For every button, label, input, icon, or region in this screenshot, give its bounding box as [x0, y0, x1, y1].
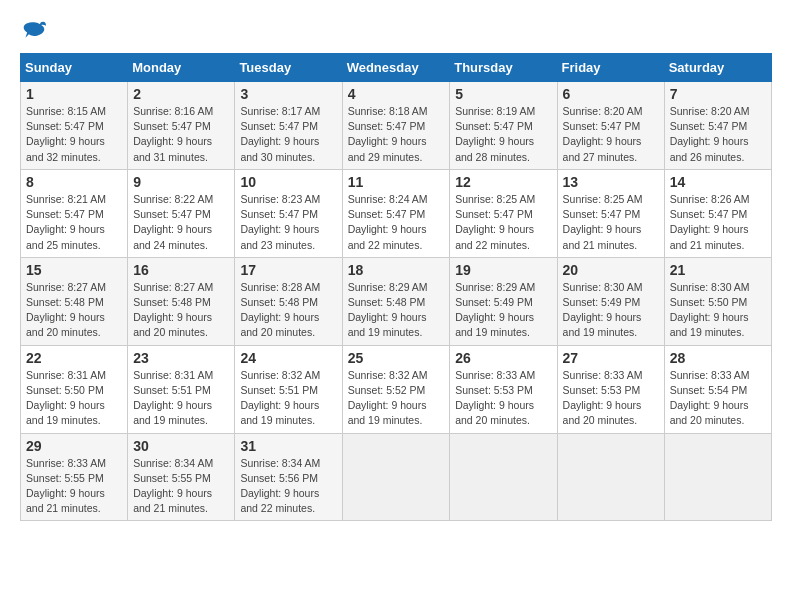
- calendar-cell: 14 Sunrise: 8:26 AM Sunset: 5:47 PM Dayl…: [664, 169, 771, 257]
- day-info: Sunrise: 8:17 AM Sunset: 5:47 PM Dayligh…: [240, 105, 320, 163]
- day-number: 4: [348, 86, 445, 102]
- calendar-cell: 30 Sunrise: 8:34 AM Sunset: 5:55 PM Dayl…: [128, 433, 235, 521]
- calendar-week-row: 22 Sunrise: 8:31 AM Sunset: 5:50 PM Dayl…: [21, 345, 772, 433]
- calendar-cell: [557, 433, 664, 521]
- day-info: Sunrise: 8:34 AM Sunset: 5:56 PM Dayligh…: [240, 457, 320, 515]
- day-number: 8: [26, 174, 122, 190]
- day-number: 22: [26, 350, 122, 366]
- calendar-cell: 31 Sunrise: 8:34 AM Sunset: 5:56 PM Dayl…: [235, 433, 342, 521]
- calendar-cell: 12 Sunrise: 8:25 AM Sunset: 5:47 PM Dayl…: [450, 169, 557, 257]
- column-header-saturday: Saturday: [664, 54, 771, 82]
- day-info: Sunrise: 8:24 AM Sunset: 5:47 PM Dayligh…: [348, 193, 428, 251]
- day-number: 6: [563, 86, 659, 102]
- day-info: Sunrise: 8:23 AM Sunset: 5:47 PM Dayligh…: [240, 193, 320, 251]
- calendar-cell: 18 Sunrise: 8:29 AM Sunset: 5:48 PM Dayl…: [342, 257, 450, 345]
- day-info: Sunrise: 8:29 AM Sunset: 5:49 PM Dayligh…: [455, 281, 535, 339]
- day-number: 24: [240, 350, 336, 366]
- day-info: Sunrise: 8:29 AM Sunset: 5:48 PM Dayligh…: [348, 281, 428, 339]
- day-number: 13: [563, 174, 659, 190]
- column-header-wednesday: Wednesday: [342, 54, 450, 82]
- day-number: 17: [240, 262, 336, 278]
- calendar-cell: 15 Sunrise: 8:27 AM Sunset: 5:48 PM Dayl…: [21, 257, 128, 345]
- day-number: 15: [26, 262, 122, 278]
- day-info: Sunrise: 8:32 AM Sunset: 5:52 PM Dayligh…: [348, 369, 428, 427]
- day-info: Sunrise: 8:32 AM Sunset: 5:51 PM Dayligh…: [240, 369, 320, 427]
- day-number: 29: [26, 438, 122, 454]
- day-number: 14: [670, 174, 766, 190]
- day-number: 9: [133, 174, 229, 190]
- column-header-tuesday: Tuesday: [235, 54, 342, 82]
- column-header-sunday: Sunday: [21, 54, 128, 82]
- day-number: 26: [455, 350, 551, 366]
- day-info: Sunrise: 8:27 AM Sunset: 5:48 PM Dayligh…: [133, 281, 213, 339]
- day-info: Sunrise: 8:34 AM Sunset: 5:55 PM Dayligh…: [133, 457, 213, 515]
- day-number: 21: [670, 262, 766, 278]
- column-header-thursday: Thursday: [450, 54, 557, 82]
- calendar-cell: 23 Sunrise: 8:31 AM Sunset: 5:51 PM Dayl…: [128, 345, 235, 433]
- day-number: 31: [240, 438, 336, 454]
- day-number: 11: [348, 174, 445, 190]
- day-info: Sunrise: 8:33 AM Sunset: 5:53 PM Dayligh…: [563, 369, 643, 427]
- calendar-cell: 8 Sunrise: 8:21 AM Sunset: 5:47 PM Dayli…: [21, 169, 128, 257]
- calendar-cell: 5 Sunrise: 8:19 AM Sunset: 5:47 PM Dayli…: [450, 82, 557, 170]
- calendar-cell: 4 Sunrise: 8:18 AM Sunset: 5:47 PM Dayli…: [342, 82, 450, 170]
- day-number: 20: [563, 262, 659, 278]
- calendar-cell: 28 Sunrise: 8:33 AM Sunset: 5:54 PM Dayl…: [664, 345, 771, 433]
- calendar-cell: 13 Sunrise: 8:25 AM Sunset: 5:47 PM Dayl…: [557, 169, 664, 257]
- calendar-week-row: 8 Sunrise: 8:21 AM Sunset: 5:47 PM Dayli…: [21, 169, 772, 257]
- column-header-friday: Friday: [557, 54, 664, 82]
- day-number: 30: [133, 438, 229, 454]
- calendar-header-row: SundayMondayTuesdayWednesdayThursdayFrid…: [21, 54, 772, 82]
- calendar-cell: 29 Sunrise: 8:33 AM Sunset: 5:55 PM Dayl…: [21, 433, 128, 521]
- day-number: 3: [240, 86, 336, 102]
- day-number: 16: [133, 262, 229, 278]
- logo: [20, 20, 56, 45]
- day-info: Sunrise: 8:21 AM Sunset: 5:47 PM Dayligh…: [26, 193, 106, 251]
- day-info: Sunrise: 8:15 AM Sunset: 5:47 PM Dayligh…: [26, 105, 106, 163]
- day-info: Sunrise: 8:25 AM Sunset: 5:47 PM Dayligh…: [563, 193, 643, 251]
- day-info: Sunrise: 8:31 AM Sunset: 5:51 PM Dayligh…: [133, 369, 213, 427]
- calendar-cell: 6 Sunrise: 8:20 AM Sunset: 5:47 PM Dayli…: [557, 82, 664, 170]
- column-header-monday: Monday: [128, 54, 235, 82]
- day-info: Sunrise: 8:33 AM Sunset: 5:53 PM Dayligh…: [455, 369, 535, 427]
- calendar-cell: 19 Sunrise: 8:29 AM Sunset: 5:49 PM Dayl…: [450, 257, 557, 345]
- day-info: Sunrise: 8:33 AM Sunset: 5:55 PM Dayligh…: [26, 457, 106, 515]
- day-number: 19: [455, 262, 551, 278]
- day-info: Sunrise: 8:25 AM Sunset: 5:47 PM Dayligh…: [455, 193, 535, 251]
- calendar-cell: [342, 433, 450, 521]
- day-number: 28: [670, 350, 766, 366]
- calendar-cell: 17 Sunrise: 8:28 AM Sunset: 5:48 PM Dayl…: [235, 257, 342, 345]
- calendar-week-row: 15 Sunrise: 8:27 AM Sunset: 5:48 PM Dayl…: [21, 257, 772, 345]
- day-info: Sunrise: 8:20 AM Sunset: 5:47 PM Dayligh…: [563, 105, 643, 163]
- calendar-cell: 2 Sunrise: 8:16 AM Sunset: 5:47 PM Dayli…: [128, 82, 235, 170]
- day-number: 2: [133, 86, 229, 102]
- day-info: Sunrise: 8:26 AM Sunset: 5:47 PM Dayligh…: [670, 193, 750, 251]
- day-info: Sunrise: 8:30 AM Sunset: 5:50 PM Dayligh…: [670, 281, 750, 339]
- day-number: 1: [26, 86, 122, 102]
- day-number: 18: [348, 262, 445, 278]
- calendar-cell: 25 Sunrise: 8:32 AM Sunset: 5:52 PM Dayl…: [342, 345, 450, 433]
- calendar-table: SundayMondayTuesdayWednesdayThursdayFrid…: [20, 53, 772, 521]
- calendar-cell: 10 Sunrise: 8:23 AM Sunset: 5:47 PM Dayl…: [235, 169, 342, 257]
- day-info: Sunrise: 8:19 AM Sunset: 5:47 PM Dayligh…: [455, 105, 535, 163]
- day-number: 23: [133, 350, 229, 366]
- calendar-cell: 22 Sunrise: 8:31 AM Sunset: 5:50 PM Dayl…: [21, 345, 128, 433]
- page-header: [20, 20, 772, 45]
- logo-wordmark: [20, 20, 46, 45]
- calendar-week-row: 29 Sunrise: 8:33 AM Sunset: 5:55 PM Dayl…: [21, 433, 772, 521]
- day-number: 10: [240, 174, 336, 190]
- calendar-cell: 3 Sunrise: 8:17 AM Sunset: 5:47 PM Dayli…: [235, 82, 342, 170]
- calendar-cell: [664, 433, 771, 521]
- calendar-cell: 20 Sunrise: 8:30 AM Sunset: 5:49 PM Dayl…: [557, 257, 664, 345]
- day-number: 27: [563, 350, 659, 366]
- day-info: Sunrise: 8:16 AM Sunset: 5:47 PM Dayligh…: [133, 105, 213, 163]
- logo-bird-icon: [22, 20, 46, 40]
- calendar-cell: 26 Sunrise: 8:33 AM Sunset: 5:53 PM Dayl…: [450, 345, 557, 433]
- calendar-cell: [450, 433, 557, 521]
- day-number: 25: [348, 350, 445, 366]
- day-info: Sunrise: 8:20 AM Sunset: 5:47 PM Dayligh…: [670, 105, 750, 163]
- calendar-cell: 16 Sunrise: 8:27 AM Sunset: 5:48 PM Dayl…: [128, 257, 235, 345]
- day-number: 12: [455, 174, 551, 190]
- day-info: Sunrise: 8:18 AM Sunset: 5:47 PM Dayligh…: [348, 105, 428, 163]
- calendar-cell: 24 Sunrise: 8:32 AM Sunset: 5:51 PM Dayl…: [235, 345, 342, 433]
